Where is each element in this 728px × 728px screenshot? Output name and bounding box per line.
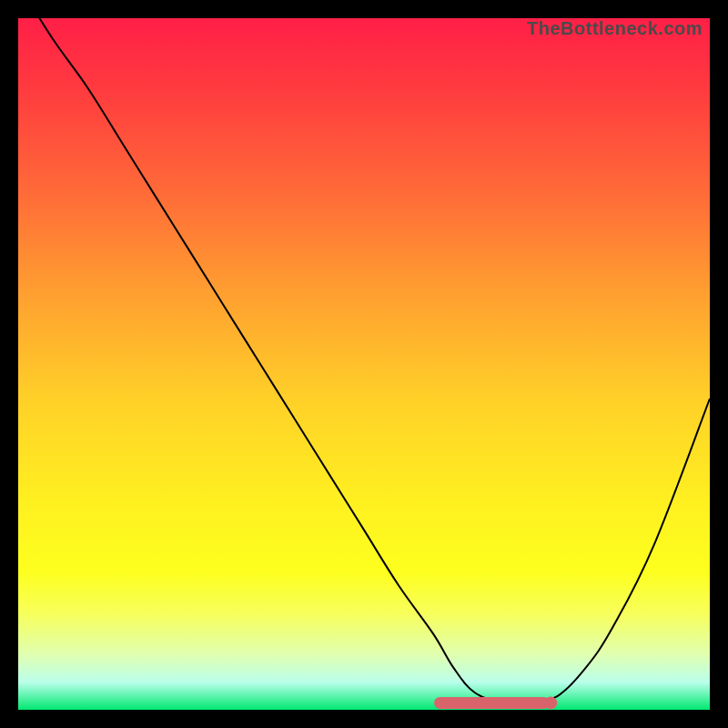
chart-svg [18,18,710,710]
minimum-marker-dot [544,696,557,709]
bottleneck-curve [18,0,710,704]
chart-plot-area: TheBottleneck.com [18,18,710,710]
